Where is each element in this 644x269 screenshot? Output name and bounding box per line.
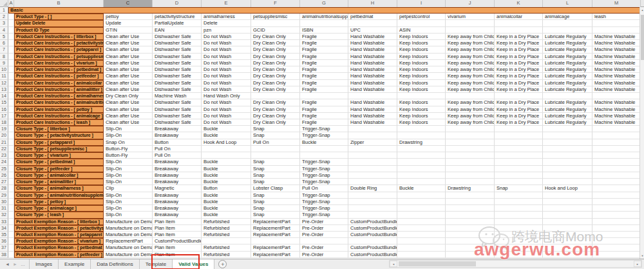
value-cell[interactable] (495, 205, 543, 212)
value-cell[interactable] (397, 244, 446, 251)
cell-A[interactable] (8, 238, 14, 244)
value-cell[interactable]: Clean after Use (104, 60, 153, 66)
value-cell[interactable] (446, 20, 495, 26)
value-cell[interactable] (543, 20, 592, 26)
row-number[interactable]: 35 (0, 232, 8, 238)
value-cell[interactable]: Clean after Use (104, 119, 153, 126)
value-cell[interactable]: Trigger-Snap (300, 205, 348, 212)
value-cell[interactable] (495, 132, 543, 139)
value-cell[interactable]: Keep away from Children (446, 46, 495, 53)
value-cell[interactable] (495, 139, 543, 146)
value-cell[interactable]: Keep away from Children (446, 60, 495, 66)
value-cell[interactable]: Plan Item (153, 225, 202, 232)
value-cell[interactable]: Do not Wash (202, 86, 251, 93)
row-label-cell[interactable]: Product Exemption Reason - [ petbedmat ] (14, 244, 104, 251)
column-header-K[interactable]: K (495, 0, 543, 7)
value-cell[interactable] (543, 219, 592, 225)
row-label-cell[interactable]: Closure Type - [ animallitter ] (14, 179, 104, 185)
value-cell[interactable]: Dry Clean Only (251, 60, 300, 66)
row-number[interactable]: 26 (0, 172, 8, 179)
column-header-D[interactable]: D (153, 0, 202, 7)
value-cell[interactable]: Refurbished (202, 252, 251, 258)
value-cell[interactable]: EAN (153, 27, 202, 34)
row-label-cell[interactable]: Closure Type - [ petapparel ] (14, 139, 104, 146)
cell-A[interactable] (8, 146, 14, 152)
value-cell[interactable]: Do not Wash (202, 99, 251, 106)
vertical-scrollbar[interactable]: ▲ ▼ (639, 7, 644, 259)
value-cell[interactable] (348, 238, 397, 244)
value-cell[interactable] (397, 159, 446, 165)
value-cell[interactable] (543, 225, 592, 232)
horizontal-scrollbar-thumb[interactable] (399, 261, 476, 266)
value-cell[interactable] (495, 179, 543, 185)
value-cell[interactable]: Hand Washable (348, 99, 397, 106)
value-cell[interactable]: Refurbished (202, 232, 251, 238)
value-cell[interactable]: Keep Indoors (397, 60, 446, 66)
row-label-cell[interactable]: Closure Type - [ petbedmat ] (14, 159, 104, 165)
value-cell[interactable] (495, 212, 543, 218)
value-cell[interactable]: Dry Clean Only (251, 54, 300, 60)
value-cell[interactable]: Do not Wash (202, 66, 251, 73)
row-number[interactable]: 20 (0, 132, 8, 139)
cell-A[interactable] (8, 46, 14, 53)
value-cell[interactable]: Dishwasher Safe (153, 99, 202, 106)
row-label-cell[interactable]: Product Type - [ ] (14, 14, 104, 20)
value-cell[interactable]: Breakaway (153, 199, 202, 205)
value-cell[interactable]: Buckle (202, 166, 251, 172)
value-cell[interactable]: Clean after Use (104, 113, 153, 119)
row-number[interactable]: 6 (0, 40, 8, 46)
value-cell[interactable] (251, 146, 300, 152)
value-cell[interactable]: Dishwasher Safe (153, 34, 202, 40)
row-number[interactable]: 11 (0, 73, 8, 79)
value-cell[interactable]: Keep in a Dry Place (495, 86, 543, 93)
row-label-cell[interactable]: Product Care Instructions - [ petapparel… (14, 46, 104, 53)
value-cell[interactable]: ReplacementPart (251, 232, 300, 238)
column-header-C[interactable]: C (104, 0, 153, 7)
value-cell[interactable] (592, 179, 641, 185)
value-cell[interactable] (495, 192, 543, 199)
value-cell[interactable] (592, 192, 641, 199)
value-cell[interactable]: Dishwasher Safe (153, 113, 202, 119)
value-cell[interactable] (397, 232, 446, 238)
value-cell[interactable]: Clean after Use (104, 54, 153, 60)
value-cell[interactable]: Clean after Use (104, 73, 153, 79)
value-cell[interactable] (495, 146, 543, 152)
value-cell[interactable]: Keep Indoors (397, 119, 446, 126)
value-cell[interactable]: Lubricate Regularly (543, 66, 592, 73)
value-cell[interactable]: Fragile (300, 66, 348, 73)
value-cell[interactable] (397, 166, 446, 172)
value-cell[interactable] (446, 152, 495, 159)
value-cell[interactable] (543, 252, 592, 258)
value-cell[interactable] (543, 244, 592, 251)
value-cell[interactable]: Machine Washable (592, 86, 641, 93)
value-cell[interactable]: Lubricate Regularly (543, 40, 592, 46)
value-cell[interactable]: Clean after Use (104, 99, 153, 106)
value-cell[interactable]: Buckle (202, 192, 251, 199)
row-number[interactable]: 17 (0, 113, 8, 119)
cell-A[interactable] (8, 60, 14, 66)
value-cell[interactable]: Lubricate Regularly (543, 34, 592, 40)
value-cell[interactable] (446, 212, 495, 218)
value-cell[interactable] (446, 192, 495, 199)
value-cell[interactable]: Snap (251, 166, 300, 172)
value-cell[interactable]: Fragile (300, 34, 348, 40)
value-cell[interactable]: pettoy (104, 14, 153, 20)
value-cell[interactable]: Refurbished (202, 219, 251, 225)
next-sheet-icon[interactable]: ► (13, 262, 17, 266)
row-label-cell[interactable]: Product Care Instructions - [ animalharn… (14, 93, 104, 99)
value-cell[interactable]: Trigger-Snap (300, 179, 348, 185)
row-number[interactable]: 24 (0, 159, 8, 165)
value-cell[interactable]: Machine Washable (592, 34, 641, 40)
value-cell[interactable] (348, 132, 397, 139)
value-cell[interactable] (592, 20, 641, 26)
value-cell[interactable] (495, 244, 543, 251)
cell-A[interactable] (8, 34, 14, 40)
row-label-cell[interactable]: Product ID Type (14, 27, 104, 34)
value-cell[interactable] (543, 146, 592, 152)
cell-A[interactable] (8, 99, 14, 106)
cell-A[interactable] (8, 179, 14, 185)
value-cell[interactable]: Dishwasher Safe (153, 60, 202, 66)
value-cell[interactable] (592, 205, 641, 212)
value-cell[interactable] (495, 20, 543, 26)
value-cell[interactable] (348, 159, 397, 165)
